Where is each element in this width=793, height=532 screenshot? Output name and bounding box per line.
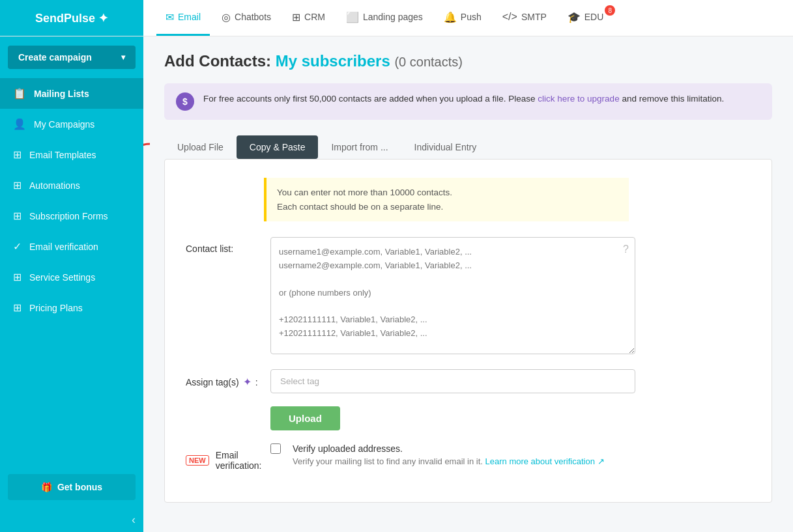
service-settings-icon: ⊞ [13,271,22,283]
tab-landing[interactable]: ⬜ Landing pages [337,0,432,36]
nav-tabs: ✉ Email ◎ Chatbots ⊞ CRM ⬜ Landing pages… [143,0,626,36]
tab-upload-file[interactable]: Upload File [164,135,237,159]
sidebar-item-mailing-lists[interactable]: 📋 Mailing Lists [0,78,143,109]
subscription-forms-icon: ⊞ [13,210,22,222]
info-banner-text: For free accounts only first 50,000 cont… [203,92,724,105]
tab-copy-paste[interactable]: Copy & Paste [237,135,319,159]
sidebar-item-automations[interactable]: ⊞ Automations [0,170,143,201]
sidebar-navigation: 📋 Mailing Lists 👤 My Campaigns ⊞ Email T… [0,78,143,466]
assign-tags-row: Assign tag(s) ✦: Select tag [186,369,751,393]
logo: SendPulse ✦ [35,11,108,25]
tab-individual-entry[interactable]: Individual Entry [401,135,490,159]
crm-icon: ⊞ [292,11,300,23]
sidebar-item-email-verification[interactable]: ✓ Email verification [0,231,143,262]
verify-learn-more-link[interactable]: Learn more about verification ↗ [485,456,605,466]
sidebar-item-pricing-plans[interactable]: ⊞ Pricing Plans [0,292,143,323]
star-icon: ✦ [243,376,252,388]
sidebar-item-subscription-forms[interactable]: ⊞ Subscription Forms [0,201,143,231]
tab-smtp[interactable]: </> SMTP [493,0,556,36]
verify-subtext: Verify your mailing list to find any inv… [293,456,605,466]
email-templates-icon: ⊞ [13,148,22,161]
gift-icon: 🎁 [41,482,52,492]
sidebar-item-email-templates[interactable]: ⊞ Email Templates [0,139,143,170]
contact-textarea-wrapper: ? [270,237,635,356]
tab-bar: Upload File Copy & Paste Import from ...… [164,135,772,159]
assign-tags-label: Assign tag(s) ✦: [186,369,270,388]
contact-list-field: ? [270,237,635,356]
automations-icon: ⊞ [13,179,22,191]
email-verification-row: NEW Email verification: Verify uploaded … [186,443,751,471]
hint-box: You can enter not more than 10000 contac… [264,178,629,221]
info-dollar-icon: $ [176,92,194,111]
contact-list-row: Contact list: ? [186,237,751,356]
landing-icon: ⬜ [346,11,359,23]
tag-select[interactable]: Select tag [270,369,635,393]
info-banner: $ For free accounts only first 50,000 co… [164,83,772,120]
pricing-plans-icon: ⊞ [13,301,22,314]
edu-badge: 8 [605,5,615,16]
chevron-down-icon: ▾ [121,53,125,62]
tab-crm[interactable]: ⊞ CRM [283,0,334,36]
tab-edu[interactable]: 🎓 EDU 8 [558,0,613,36]
upgrade-link[interactable]: click here to upgrade [538,94,619,104]
smtp-icon: </> [502,11,517,23]
tab-push[interactable]: 🔔 Push [435,0,491,36]
annotation-arrow [143,137,156,189]
tab-import-from[interactable]: Import from ... [318,135,401,159]
create-campaign-button[interactable]: Create campaign ▾ [8,46,136,69]
assign-tags-field: Select tag [270,369,635,393]
email-verification-icon: ✓ [13,240,22,253]
tab-email[interactable]: ✉ Email [156,0,210,36]
my-campaigns-icon: 👤 [13,118,26,130]
main-layout: Create campaign ▾ 📋 Mailing Lists 👤 My C… [0,36,793,532]
page-title: Add Contacts: My subscribers (0 contacts… [164,52,772,70]
mailing-lists-icon: 📋 [13,87,26,100]
verification-form-label: NEW Email verification: [186,443,270,471]
sidebar-item-my-campaigns[interactable]: 👤 My Campaigns [0,109,143,139]
tab-chatbots[interactable]: ◎ Chatbots [212,0,280,36]
logo-area: SendPulse ✦ [0,0,143,36]
sidebar-collapse-button[interactable]: ‹ [0,508,143,532]
top-navigation: SendPulse ✦ ✉ Email ◎ Chatbots ⊞ CRM ⬜ L… [0,0,793,36]
email-icon: ✉ [166,11,174,23]
edu-icon: 🎓 [568,11,581,23]
contact-list-textarea[interactable] [270,237,635,354]
help-icon[interactable]: ? [623,244,629,255]
upload-button[interactable]: Upload [270,406,340,430]
form-card: You can enter not more than 10000 contac… [164,159,772,503]
sidebar: Create campaign ▾ 📋 Mailing Lists 👤 My C… [0,36,143,532]
verify-checkbox[interactable] [270,443,281,454]
collapse-icon: ‹ [132,513,136,527]
new-badge: NEW [186,455,209,466]
chatbots-icon: ◎ [222,11,231,23]
main-content: Add Contacts: My subscribers (0 contacts… [143,36,793,532]
verification-field: Verify uploaded addresses. Verify your m… [270,443,635,466]
verification-checkbox-row: Verify uploaded addresses. Verify your m… [270,443,635,466]
get-bonus-button[interactable]: 🎁 Get bonus [8,474,136,500]
contact-list-label: Contact list: [186,237,270,254]
sidebar-item-service-settings[interactable]: ⊞ Service Settings [0,262,143,292]
push-icon: 🔔 [444,11,457,23]
